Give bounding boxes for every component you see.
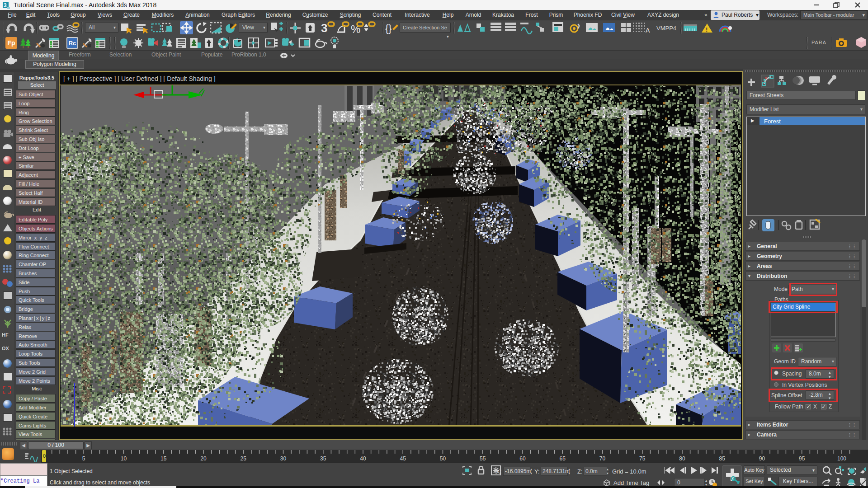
svg-text:15: 15 [160,455,167,462]
svg-text:25: 25 [241,455,247,462]
svg-text:35: 35 [320,455,326,462]
svg-text:95: 95 [799,455,805,462]
svg-text:{}: {} [385,23,392,34]
svg-text:[ + ] [ Perspective ] [ User D: [ + ] [ Perspective ] [ User Defined ] [… [63,75,216,82]
svg-text:3: 3 [4,2,7,9]
svg-text:30: 30 [280,455,287,462]
svg-text:60: 60 [519,455,526,462]
svg-text:85: 85 [719,455,726,462]
svg-text:3: 3 [321,21,327,35]
svg-text:70: 70 [599,455,606,462]
svg-text:65: 65 [560,455,566,462]
svg-text:100: 100 [837,455,846,462]
svg-text:5: 5 [82,455,85,462]
svg-text:20: 20 [200,455,207,462]
svg-text:40: 40 [360,455,366,462]
svg-text:!: ! [706,26,708,33]
svg-text:45: 45 [400,455,406,462]
svg-text:%: % [351,23,360,35]
svg-text:55: 55 [480,455,486,462]
svg-text:80: 80 [679,455,685,462]
svg-text:75: 75 [639,455,646,462]
svg-text:10: 10 [121,455,127,462]
svg-text:50: 50 [440,455,446,462]
svg-text:90: 90 [759,455,765,462]
svg-text:A: A [646,27,650,34]
